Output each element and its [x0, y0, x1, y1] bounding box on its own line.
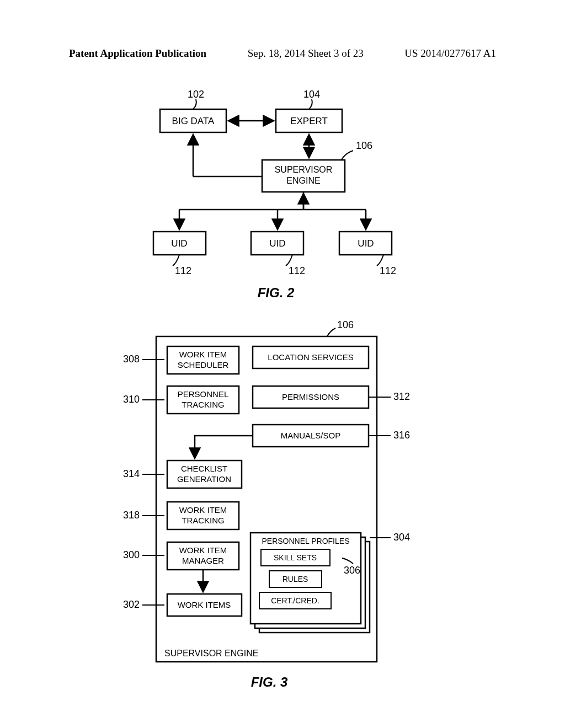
svg-text:GENERATION: GENERATION [177, 474, 231, 484]
patent-page: Patent Application Publication Sep. 18, … [0, 0, 565, 728]
sheet-info: Sep. 18, 2014 Sheet 3 of 23 [248, 47, 364, 60]
engine-text-l2: ENGINE [286, 176, 320, 185]
publication-type: Patent Application Publication [69, 47, 206, 60]
svg-text:306: 306 [344, 565, 360, 576]
ref-104: 104 [303, 89, 320, 100]
figure-3: 106 SUPERVISOR ENGINE WORK ITEM SCHEDULE… [109, 320, 440, 695]
svg-text:MANUALS/SOP: MANUALS/SOP [281, 431, 340, 440]
ref-106-fig3: 106 [337, 320, 354, 330]
svg-text:RULES: RULES [282, 575, 308, 584]
svg-text:CHECKLIST: CHECKLIST [181, 464, 227, 473]
svg-text:WORK ITEM: WORK ITEM [179, 505, 227, 515]
figure-2: 102 104 BIG DATA EXPERT 106 SUPERVISOR E… [152, 85, 417, 301]
svg-text:UID: UID [171, 238, 187, 249]
svg-text:304: 304 [393, 532, 410, 543]
svg-text:316: 316 [393, 430, 410, 441]
svg-text:UID: UID [358, 238, 374, 249]
engine-label: SUPERVISOR ENGINE [164, 649, 258, 658]
engine-text-l1: SUPERVISOR [275, 165, 333, 174]
svg-text:WORK ITEM: WORK ITEM [179, 545, 227, 555]
big-data-text: BIG DATA [172, 116, 215, 126]
svg-text:TRACKING: TRACKING [182, 400, 225, 409]
fig2-title: FIG. 2 [258, 285, 295, 300]
ref-102: 102 [188, 89, 204, 100]
page-header: Patent Application Publication Sep. 18, … [69, 47, 496, 60]
svg-text:TRACKING: TRACKING [182, 516, 225, 525]
fig3-title: FIG. 3 [251, 675, 288, 689]
ref-112-b: 112 [289, 265, 305, 276]
svg-text:312: 312 [393, 391, 410, 402]
svg-text:302: 302 [123, 599, 140, 610]
publication-number: US 2014/0277617 A1 [404, 47, 496, 60]
svg-text:WORK ITEM: WORK ITEM [179, 350, 227, 359]
svg-text:PERSONNEL: PERSONNEL [178, 389, 229, 399]
svg-text:CERT./CRED.: CERT./CRED. [271, 596, 319, 605]
svg-text:308: 308 [123, 354, 140, 365]
svg-text:UID: UID [269, 238, 285, 249]
expert-text: EXPERT [290, 116, 328, 126]
svg-text:314: 314 [123, 468, 140, 479]
svg-text:SCHEDULER: SCHEDULER [178, 360, 229, 370]
svg-text:PERSONNEL PROFILES: PERSONNEL PROFILES [262, 537, 350, 545]
svg-text:WORK ITEMS: WORK ITEMS [178, 600, 231, 609]
ref-112-a: 112 [175, 265, 191, 276]
svg-text:PERMISSIONS: PERMISSIONS [282, 392, 339, 402]
uid-group: UID UID UID [153, 232, 392, 255]
ref-106-fig2: 106 [356, 140, 372, 151]
svg-text:SKILL SETS: SKILL SETS [274, 553, 317, 562]
ref-112-c: 112 [380, 265, 396, 276]
svg-text:LOCATION SERVICES: LOCATION SERVICES [268, 352, 353, 362]
personnel-profiles-stack: PERSONNEL PROFILES SKILL SETS RULES CERT… [250, 533, 370, 633]
svg-text:318: 318 [123, 510, 140, 521]
svg-text:MANAGER: MANAGER [182, 556, 224, 565]
svg-text:300: 300 [123, 549, 140, 560]
svg-text:310: 310 [123, 394, 140, 405]
